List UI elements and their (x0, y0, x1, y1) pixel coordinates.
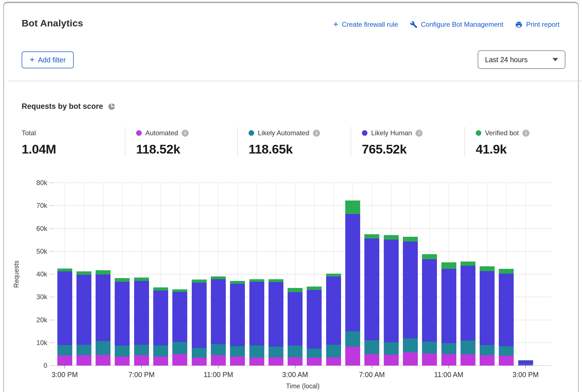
stacked-bar-1[interactable] (76, 271, 91, 366)
segment-likely-automated (422, 342, 437, 353)
time-range-value: Last 24 hours (485, 56, 528, 64)
stacked-bar-24[interactable] (518, 360, 533, 366)
requests-stacked-bar-chart (54, 183, 552, 366)
x-tick-label: 3:00 AM (282, 371, 308, 379)
legend-dot (476, 130, 481, 136)
stacked-bar-21[interactable] (461, 262, 475, 366)
stacked-bar-7[interactable] (192, 280, 207, 366)
segment-automated (96, 355, 110, 366)
segment-likely-automated (269, 347, 283, 357)
segment-likely-automated (288, 346, 303, 357)
segment-verified-bot (249, 279, 264, 282)
stacked-bar-20[interactable] (441, 262, 456, 366)
segment-automated (461, 354, 475, 366)
stacked-bar-23[interactable] (499, 269, 514, 366)
segment-verified-bot (461, 262, 475, 266)
info-icon[interactable]: i (416, 130, 423, 137)
y-tick-mark (49, 228, 54, 229)
segment-verified-bot (364, 234, 379, 238)
y-tick-mark (49, 274, 54, 274)
y-tick-mark (49, 343, 54, 343)
stacked-bar-9[interactable] (230, 281, 245, 366)
stacked-bar-8[interactable] (211, 276, 226, 366)
add-filter-label: Add filter (38, 56, 66, 64)
segment-likely-human (249, 282, 264, 345)
stacked-bar-17[interactable] (384, 235, 399, 366)
y-tick-label: 70k (25, 202, 47, 209)
y-tick-mark (49, 251, 54, 252)
segment-likely-automated (345, 331, 360, 346)
stacked-bar-15[interactable] (345, 200, 360, 366)
segment-likely-human (307, 290, 322, 349)
x-tick-mark (295, 366, 295, 368)
stacked-bar-3[interactable] (115, 278, 130, 366)
segment-likely-automated (115, 346, 130, 356)
info-icon[interactable]: i (313, 130, 320, 137)
segment-likely-human (172, 292, 187, 342)
segment-likely-human (441, 269, 456, 343)
segment-automated (364, 354, 379, 366)
header-actions: +Create firewall ruleConfigure Bot Manag… (333, 21, 560, 28)
stat-label: Automated (145, 129, 178, 137)
stacked-bar-2[interactable] (96, 270, 110, 366)
action-print-report[interactable]: Print report (515, 21, 560, 28)
stacked-bar-12[interactable] (288, 288, 303, 366)
segment-likely-automated (326, 345, 341, 357)
stacked-bar-11[interactable] (269, 279, 283, 366)
gridline-v (525, 183, 526, 366)
segment-verified-bot (307, 287, 322, 290)
segment-likely-human (288, 292, 303, 346)
segment-verified-bot (422, 254, 437, 260)
segment-verified-bot (172, 289, 187, 292)
stacked-bar-0[interactable] (57, 269, 72, 366)
stat-block-likely-automated: Likely Automatedi118.65k (237, 127, 351, 157)
x-tick-label: 7:00 AM (359, 371, 385, 379)
segment-likely-human (57, 271, 72, 345)
page-title: Bot Analytics (22, 18, 83, 29)
add-filter-button[interactable]: + Add filter (22, 51, 74, 68)
segment-likely-human (422, 259, 437, 342)
stacked-bar-22[interactable] (480, 266, 495, 366)
y-tick-mark (49, 320, 54, 320)
stat-label: Likely Human (371, 129, 412, 137)
stacked-bar-16[interactable] (364, 234, 379, 366)
header-divider (8, 81, 582, 81)
stacked-bar-6[interactable] (172, 289, 187, 366)
stacked-bar-10[interactable] (249, 279, 264, 366)
stacked-bar-18[interactable] (403, 237, 418, 366)
y-tick-label: 80k (25, 179, 47, 187)
y-tick-label: 50k (25, 247, 47, 255)
action-configure-bot-management[interactable]: Configure Bot Management (410, 21, 504, 28)
segment-automated (115, 357, 130, 366)
stacked-bar-19[interactable] (422, 254, 437, 366)
plus-icon: + (30, 55, 35, 65)
x-tick-mark (372, 366, 372, 368)
stacked-bar-14[interactable] (326, 274, 341, 366)
segment-verified-bot (115, 278, 130, 282)
stat-value: 118.65k (249, 142, 351, 157)
info-icon[interactable]: i (182, 130, 189, 137)
segment-likely-automated (76, 345, 91, 355)
segment-likely-automated (480, 345, 495, 355)
pie-chart-icon (108, 103, 116, 111)
y-tick-label: 10k (25, 339, 47, 347)
x-tick-mark (141, 366, 142, 368)
y-tick-label: 30k (25, 293, 47, 301)
stacked-bar-13[interactable] (307, 287, 322, 366)
info-icon[interactable]: i (522, 130, 529, 137)
segment-likely-human (345, 214, 360, 331)
stat-value: 118.52k (136, 142, 237, 157)
segment-likely-human (115, 282, 130, 346)
segment-verified-bot (192, 280, 207, 283)
segment-likely-automated (230, 346, 245, 357)
segment-automated (499, 356, 514, 366)
plus-icon: + (333, 21, 339, 28)
segment-likely-automated (384, 342, 399, 355)
stat-label: Likely Automated (258, 129, 309, 137)
action-create-firewall-rule[interactable]: +Create firewall rule (333, 21, 398, 28)
time-range-dropdown[interactable]: Last 24 hours (478, 50, 565, 69)
stacked-bar-5[interactable] (153, 287, 168, 366)
stacked-bar-4[interactable] (134, 278, 149, 366)
stat-value: 765.52k (362, 142, 464, 157)
gridline-h (54, 228, 552, 229)
